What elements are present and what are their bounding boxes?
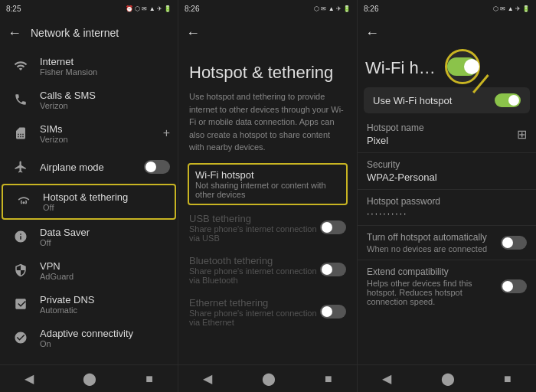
hotspot-label: Hotspot & tethering (43, 191, 128, 203)
wifi-toggle-callout (445, 49, 480, 84)
turnoff-hotspot-label: Turn off hotspot automatically (367, 232, 501, 243)
airplane-text: Airplane mode (40, 162, 104, 173)
p2-wifi-hotspot-row[interactable]: Wi-Fi hotspot Not sharing internet or co… (188, 163, 348, 205)
menu-item-internet[interactable]: Internet Fisher Mansion (0, 49, 178, 83)
menu-item-adaptive[interactable]: Adaptive connectivity On (0, 321, 178, 354)
sims-label: SIMs (40, 123, 68, 135)
hotspot-password-label: Hotspot password (367, 196, 527, 207)
private-dns-label: Private DNS (40, 294, 95, 305)
hotspot-name-value: Pixel (367, 135, 424, 146)
vpn-label: VPN (40, 260, 74, 272)
menu-item-airplane[interactable]: Airplane mode (0, 150, 178, 184)
recents-gesture-2[interactable]: ■ (325, 372, 332, 386)
airplane-toggle-switch[interactable] (144, 160, 170, 174)
back-button-1[interactable]: ← (8, 25, 21, 41)
sim-icon (9, 126, 32, 140)
back-button-2[interactable]: ← (186, 25, 200, 41)
menu-item-hotspot[interactable]: Hotspot & tethering Off (2, 184, 176, 220)
status-icons-1: ⏰ ⬡ ✉ ▲ ✈ 🔋 (126, 5, 172, 12)
use-wifi-hotspot-row[interactable]: Use Wi-Fi hotspot (364, 87, 530, 113)
time-1: 8:25 (6, 5, 21, 13)
status-bar-1: 8:25 ⏰ ⬡ ✉ ▲ ✈ 🔋 (0, 0, 178, 17)
calls-text: Calls & SMS Verizon (40, 90, 96, 110)
extend-compat-label: Extend compatibility (367, 266, 501, 277)
datasaver-label: Data Saver (40, 227, 90, 238)
vpn-sub: AdGuard (40, 272, 74, 281)
menu-item-calls-sms[interactable]: Calls & SMS Verizon (0, 83, 178, 116)
p2-wifi-hotspot-text: Wi-Fi hotspot Not sharing internet or co… (195, 169, 340, 199)
adaptive-label: Adaptive connectivity (40, 328, 133, 339)
airplane-icon (9, 160, 32, 174)
time-3: 8:26 (364, 5, 378, 13)
calls-label: Calls & SMS (40, 90, 96, 101)
home-gesture-1[interactable]: ⬤ (83, 371, 96, 386)
top-bar-1: ← Network & internet (0, 17, 178, 49)
menu-item-private-dns[interactable]: Private DNS Automatic (0, 287, 178, 321)
p3-screen-title: Wi-Fi h… (365, 58, 436, 78)
security-label: Security (367, 159, 527, 170)
p2-bluetooth-sub: Share phone's internet connection via Bl… (189, 266, 320, 285)
ethernet-toggle[interactable] (320, 305, 346, 318)
security-section[interactable]: Security WPA2-Personal (358, 155, 536, 188)
turnoff-hotspot-row[interactable]: Turn off hotspot automatically When no d… (358, 227, 536, 258)
menu-item-datasaver[interactable]: Data Saver Off (0, 220, 178, 253)
recents-gesture-1[interactable]: ■ (145, 372, 153, 386)
datasaver-icon (9, 230, 32, 243)
extend-compat-row[interactable]: Extend compatibility Helps other devices… (358, 262, 536, 311)
back-button-3[interactable]: ← (365, 25, 379, 41)
signal-icons-3: ⬡ ✉ ▲ ✈ 🔋 (493, 5, 530, 12)
internet-label: Internet (40, 56, 97, 67)
p2-bluetooth-row[interactable]: Bluetooth tethering Share phone's intern… (189, 249, 346, 291)
hotspot-name-row: Hotspot name Pixel ⊞ (367, 122, 527, 146)
security-value: WPA2-Personal (367, 172, 527, 183)
turnoff-hotspot-sub: When no devices are connected (367, 244, 501, 253)
p2-usb-tethering-row[interactable]: USB tethering Share phone's internet con… (189, 207, 346, 249)
status-bar-3: 8:26 ⬡ ✉ ▲ ✈ 🔋 (358, 0, 536, 17)
use-wifi-toggle[interactable] (495, 93, 521, 107)
p2-wifi-hotspot-sub: Not sharing internet or content with oth… (195, 181, 340, 199)
status-icons-3: ⬡ ✉ ▲ ✈ 🔋 (493, 5, 530, 12)
hotspot-password-value: ·········· (367, 208, 527, 219)
p2-bluetooth-text: Bluetooth tethering Share phone's intern… (189, 255, 320, 285)
turnoff-toggle[interactable] (501, 236, 527, 250)
sims-sub: Verizon (40, 135, 68, 144)
private-dns-text: Private DNS Automatic (40, 294, 95, 315)
calls-sub: Verizon (40, 101, 96, 110)
adaptive-icon (9, 331, 32, 345)
p2-ethernet-sub: Share phone's internet connection via Et… (189, 309, 320, 327)
usb-toggle[interactable] (320, 220, 346, 234)
sims-text: SIMs Verizon (40, 123, 68, 144)
internet-text: Internet Fisher Mansion (40, 56, 97, 77)
p2-usb-label: USB tethering (189, 213, 320, 224)
signal-icons-2: ⬡ ✉ ▲ ✈ 🔋 (314, 5, 351, 12)
add-sim-button[interactable]: + (163, 126, 170, 140)
status-icons-2: ⬡ ✉ ▲ ✈ 🔋 (314, 5, 351, 12)
back-gesture-3[interactable]: ◀ (382, 371, 391, 386)
hotspot-name-text: Hotspot name Pixel (367, 122, 424, 146)
use-wifi-label: Use Wi-Fi hotspot (373, 95, 495, 106)
bluetooth-toggle[interactable] (320, 263, 346, 276)
qr-icon[interactable]: ⊞ (517, 127, 527, 142)
vpn-icon (9, 263, 32, 277)
airplane-label: Airplane mode (40, 162, 104, 173)
home-gesture-2[interactable]: ⬤ (262, 371, 276, 386)
p2-ethernet-row[interactable]: Ethernet tethering Share phone's interne… (189, 291, 346, 333)
home-gesture-3[interactable]: ⬤ (441, 371, 455, 386)
p2-bluetooth-label: Bluetooth tethering (189, 255, 320, 266)
screen-title-1: Network & internet (31, 27, 119, 39)
signal-icons-1: ⏰ ⬡ ✉ ▲ ✈ 🔋 (126, 5, 172, 12)
extend-compat-toggle[interactable] (501, 279, 527, 293)
airplane-toggle[interactable] (144, 160, 170, 174)
hotspot-password-section[interactable]: Hotspot password ·········· (358, 191, 536, 224)
back-gesture-1[interactable]: ◀ (25, 371, 34, 386)
wifi-main-toggle[interactable] (447, 57, 478, 76)
hotspot-name-label: Hotspot name (367, 122, 424, 133)
menu-item-vpn[interactable]: VPN AdGuard (0, 253, 178, 287)
adaptive-text: Adaptive connectivity On (40, 328, 133, 348)
hotspot-name-section[interactable]: Hotspot name Pixel ⊞ (358, 118, 536, 151)
hotspot-sub: Off (43, 203, 128, 212)
recents-gesture-3[interactable]: ■ (504, 372, 511, 386)
back-gesture-2[interactable]: ◀ (203, 371, 212, 386)
panel-hotspot-tethering: 8:26 ⬡ ✉ ▲ ✈ 🔋 ← Hotspot & tethering Use… (178, 0, 358, 392)
menu-item-sims[interactable]: SIMs Verizon + (0, 116, 178, 150)
